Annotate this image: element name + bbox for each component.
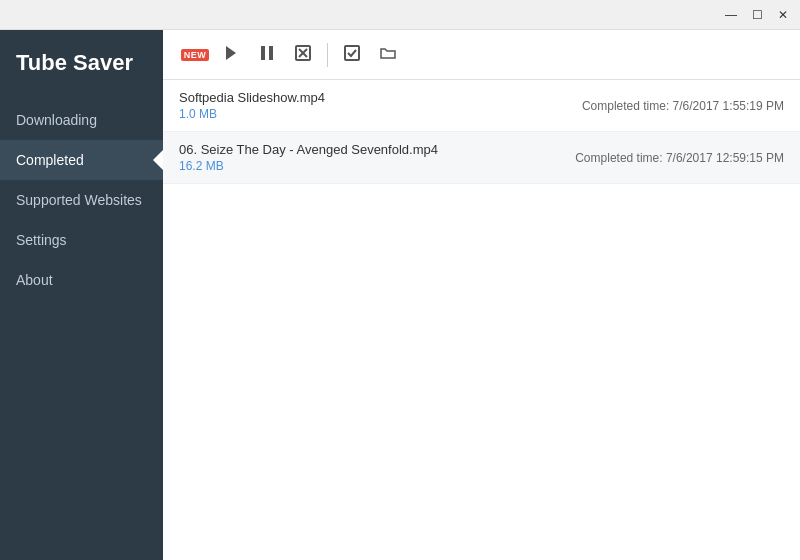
svg-rect-2 bbox=[269, 46, 273, 60]
svg-rect-6 bbox=[345, 46, 359, 60]
new-download-button[interactable]: NEW bbox=[179, 39, 211, 71]
title-bar: — ☐ ✕ bbox=[0, 0, 800, 30]
folder-button[interactable] bbox=[372, 39, 404, 71]
sidebar-item-downloading[interactable]: Downloading bbox=[0, 100, 163, 140]
sidebar-nav: Downloading Completed Supported Websites… bbox=[0, 100, 163, 300]
delete-button[interactable] bbox=[287, 39, 319, 71]
sidebar-item-about[interactable]: About bbox=[0, 260, 163, 300]
download-info-1: Softpedia Slideshow.mp4 1.0 MB bbox=[179, 90, 325, 121]
pause-button[interactable] bbox=[251, 39, 283, 71]
toolbar: NEW bbox=[163, 30, 800, 80]
play-button[interactable] bbox=[215, 39, 247, 71]
close-button[interactable]: ✕ bbox=[774, 6, 792, 24]
download-filename-2: 06. Seize The Day - Avenged Sevenfold.mp… bbox=[179, 142, 438, 157]
check-icon bbox=[343, 44, 361, 66]
download-time-2: Completed time: 7/6/2017 12:59:15 PM bbox=[575, 151, 784, 165]
download-filename-1: Softpedia Slideshow.mp4 bbox=[179, 90, 325, 105]
app-title: Tube Saver bbox=[0, 30, 163, 100]
download-list: Softpedia Slideshow.mp4 1.0 MB Completed… bbox=[163, 80, 800, 560]
download-size-1: 1.0 MB bbox=[179, 107, 325, 121]
svg-marker-0 bbox=[226, 46, 236, 60]
check-button[interactable] bbox=[336, 39, 368, 71]
sidebar-item-supported-websites[interactable]: Supported Websites bbox=[0, 180, 163, 220]
content-area: NEW bbox=[163, 30, 800, 560]
sidebar-item-settings[interactable]: Settings bbox=[0, 220, 163, 260]
folder-icon bbox=[379, 44, 397, 66]
toolbar-separator-1 bbox=[327, 43, 328, 67]
download-size-2: 16.2 MB bbox=[179, 159, 438, 173]
table-row[interactable]: 06. Seize The Day - Avenged Sevenfold.mp… bbox=[163, 132, 800, 184]
table-row[interactable]: Softpedia Slideshow.mp4 1.0 MB Completed… bbox=[163, 80, 800, 132]
download-time-1: Completed time: 7/6/2017 1:55:19 PM bbox=[582, 99, 784, 113]
minimize-button[interactable]: — bbox=[722, 6, 740, 24]
download-info-2: 06. Seize The Day - Avenged Sevenfold.mp… bbox=[179, 142, 438, 173]
pause-icon bbox=[258, 44, 276, 66]
sidebar: Tube Saver Downloading Completed Support… bbox=[0, 30, 163, 560]
sidebar-item-completed[interactable]: Completed bbox=[0, 140, 163, 180]
delete-icon bbox=[294, 44, 312, 66]
svg-rect-1 bbox=[261, 46, 265, 60]
play-icon bbox=[222, 44, 240, 66]
maximize-button[interactable]: ☐ bbox=[748, 6, 766, 24]
new-badge: NEW bbox=[181, 49, 210, 61]
app-body: Tube Saver Downloading Completed Support… bbox=[0, 30, 800, 560]
